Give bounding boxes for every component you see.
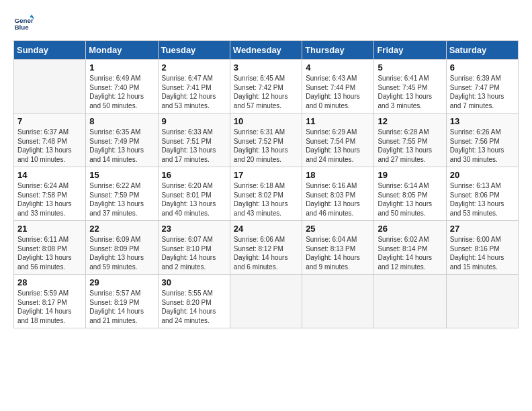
day-number: 25 bbox=[306, 224, 370, 234]
day-number: 26 bbox=[378, 224, 442, 234]
cell-content: Sunrise: 6:35 AMSunset: 7:49 PMDaylight:… bbox=[89, 128, 154, 164]
cell-content: Sunrise: 6:26 AMSunset: 7:56 PMDaylight:… bbox=[450, 128, 515, 164]
logo: General Blue bbox=[13, 13, 36, 34]
day-number: 1 bbox=[89, 62, 154, 73]
day-number: 8 bbox=[89, 116, 154, 126]
cell-content: Sunrise: 6:45 AMSunset: 7:42 PMDaylight:… bbox=[234, 74, 298, 110]
calendar-cell: 8Sunrise: 6:35 AMSunset: 7:49 PMDaylight… bbox=[86, 113, 158, 167]
cell-content: Sunrise: 6:31 AMSunset: 7:52 PMDaylight:… bbox=[234, 128, 298, 164]
day-number: 7 bbox=[17, 116, 82, 126]
cell-content: Sunrise: 6:24 AMSunset: 7:58 PMDaylight:… bbox=[17, 181, 82, 218]
calendar-cell: 15Sunrise: 6:22 AMSunset: 7:59 PMDayligh… bbox=[86, 167, 158, 221]
day-number: 20 bbox=[450, 170, 515, 180]
cell-content: Sunrise: 6:07 AMSunset: 8:10 PMDaylight:… bbox=[162, 235, 226, 271]
day-number: 15 bbox=[89, 170, 154, 180]
calendar-cell: 29Sunrise: 5:57 AMSunset: 8:19 PMDayligh… bbox=[86, 275, 158, 328]
cell-content: Sunrise: 6:49 AMSunset: 7:40 PMDaylight:… bbox=[89, 74, 154, 110]
cell-content: Sunrise: 6:14 AMSunset: 8:05 PMDaylight:… bbox=[378, 181, 442, 218]
calendar-cell: 2Sunrise: 6:47 AMSunset: 7:41 PMDaylight… bbox=[158, 60, 230, 113]
calendar-cell bbox=[446, 275, 518, 328]
calendar-cell bbox=[230, 275, 302, 328]
cell-content: Sunrise: 6:00 AMSunset: 8:16 PMDaylight:… bbox=[450, 235, 515, 271]
calendar-cell bbox=[302, 275, 374, 328]
calendar-cell: 30Sunrise: 5:55 AMSunset: 8:20 PMDayligh… bbox=[158, 275, 230, 328]
cell-content: Sunrise: 6:28 AMSunset: 7:55 PMDaylight:… bbox=[378, 128, 442, 164]
cell-content: Sunrise: 6:09 AMSunset: 8:09 PMDaylight:… bbox=[89, 235, 154, 271]
cell-content: Sunrise: 6:43 AMSunset: 7:44 PMDaylight:… bbox=[306, 74, 370, 110]
calendar-cell: 25Sunrise: 6:04 AMSunset: 8:13 PMDayligh… bbox=[302, 221, 374, 275]
calendar-cell: 22Sunrise: 6:09 AMSunset: 8:09 PMDayligh… bbox=[86, 221, 158, 275]
calendar-cell: 17Sunrise: 6:18 AMSunset: 8:02 PMDayligh… bbox=[230, 167, 302, 221]
cell-content: Sunrise: 6:04 AMSunset: 8:13 PMDaylight:… bbox=[306, 235, 370, 271]
calendar-cell: 20Sunrise: 6:13 AMSunset: 8:06 PMDayligh… bbox=[446, 167, 518, 221]
calendar-cell: 16Sunrise: 6:20 AMSunset: 8:01 PMDayligh… bbox=[158, 167, 230, 221]
day-number: 24 bbox=[234, 224, 298, 234]
calendar-cell: 28Sunrise: 5:59 AMSunset: 8:17 PMDayligh… bbox=[14, 275, 86, 328]
calendar-table: SundayMondayTuesdayWednesdayThursdayFrid… bbox=[13, 40, 519, 328]
cell-content: Sunrise: 5:55 AMSunset: 8:20 PMDaylight:… bbox=[162, 289, 226, 325]
day-number: 27 bbox=[450, 224, 515, 234]
col-header-monday: Monday bbox=[86, 41, 158, 60]
cell-content: Sunrise: 5:59 AMSunset: 8:17 PMDaylight:… bbox=[17, 289, 82, 325]
calendar-cell: 27Sunrise: 6:00 AMSunset: 8:16 PMDayligh… bbox=[446, 221, 518, 275]
calendar-cell: 11Sunrise: 6:29 AMSunset: 7:54 PMDayligh… bbox=[302, 113, 374, 167]
calendar-cell: 13Sunrise: 6:26 AMSunset: 7:56 PMDayligh… bbox=[446, 113, 518, 167]
day-number: 5 bbox=[378, 62, 442, 73]
day-number: 28 bbox=[17, 277, 82, 287]
col-header-saturday: Saturday bbox=[446, 41, 518, 60]
calendar-cell: 18Sunrise: 6:16 AMSunset: 8:03 PMDayligh… bbox=[302, 167, 374, 221]
cell-content: Sunrise: 6:20 AMSunset: 8:01 PMDaylight:… bbox=[162, 181, 226, 218]
cell-content: Sunrise: 5:57 AMSunset: 8:19 PMDaylight:… bbox=[89, 289, 154, 325]
calendar-cell: 23Sunrise: 6:07 AMSunset: 8:10 PMDayligh… bbox=[158, 221, 230, 275]
cell-content: Sunrise: 6:18 AMSunset: 8:02 PMDaylight:… bbox=[234, 181, 298, 218]
cell-content: Sunrise: 6:37 AMSunset: 7:48 PMDaylight:… bbox=[17, 128, 82, 164]
calendar-cell: 3Sunrise: 6:45 AMSunset: 7:42 PMDaylight… bbox=[230, 60, 302, 113]
svg-marker-2 bbox=[30, 15, 34, 18]
day-number: 23 bbox=[162, 224, 226, 234]
calendar-cell: 24Sunrise: 6:06 AMSunset: 8:12 PMDayligh… bbox=[230, 221, 302, 275]
day-number: 13 bbox=[450, 116, 515, 126]
day-number: 21 bbox=[17, 224, 82, 234]
day-number: 6 bbox=[450, 62, 515, 73]
cell-content: Sunrise: 6:11 AMSunset: 8:08 PMDaylight:… bbox=[17, 235, 82, 271]
calendar-cell: 26Sunrise: 6:02 AMSunset: 8:14 PMDayligh… bbox=[374, 221, 446, 275]
cell-content: Sunrise: 6:39 AMSunset: 7:47 PMDaylight:… bbox=[450, 74, 515, 110]
day-number: 30 bbox=[162, 277, 226, 287]
day-number: 12 bbox=[378, 116, 442, 126]
day-number: 4 bbox=[306, 62, 370, 73]
calendar-cell: 4Sunrise: 6:43 AMSunset: 7:44 PMDaylight… bbox=[302, 60, 374, 113]
cell-content: Sunrise: 6:47 AMSunset: 7:41 PMDaylight:… bbox=[162, 74, 226, 110]
day-number: 2 bbox=[162, 62, 226, 73]
col-header-tuesday: Tuesday bbox=[158, 41, 230, 60]
calendar-cell: 21Sunrise: 6:11 AMSunset: 8:08 PMDayligh… bbox=[14, 221, 86, 275]
calendar-cell: 7Sunrise: 6:37 AMSunset: 7:48 PMDaylight… bbox=[14, 113, 86, 167]
calendar-cell: 5Sunrise: 6:41 AMSunset: 7:45 PMDaylight… bbox=[374, 60, 446, 113]
day-number: 29 bbox=[89, 277, 154, 287]
calendar-cell bbox=[374, 275, 446, 328]
calendar-cell: 1Sunrise: 6:49 AMSunset: 7:40 PMDaylight… bbox=[86, 60, 158, 113]
cell-content: Sunrise: 6:06 AMSunset: 8:12 PMDaylight:… bbox=[234, 235, 298, 271]
day-number: 14 bbox=[17, 170, 82, 180]
calendar-cell: 14Sunrise: 6:24 AMSunset: 7:58 PMDayligh… bbox=[14, 167, 86, 221]
col-header-wednesday: Wednesday bbox=[230, 41, 302, 60]
cell-content: Sunrise: 6:41 AMSunset: 7:45 PMDaylight:… bbox=[378, 74, 442, 110]
cell-content: Sunrise: 6:33 AMSunset: 7:51 PMDaylight:… bbox=[162, 128, 226, 164]
day-number: 17 bbox=[234, 170, 298, 180]
col-header-friday: Friday bbox=[374, 41, 446, 60]
page-header: General Blue bbox=[13, 13, 519, 34]
day-number: 10 bbox=[234, 116, 298, 126]
cell-content: Sunrise: 6:22 AMSunset: 7:59 PMDaylight:… bbox=[89, 181, 154, 218]
calendar-cell: 6Sunrise: 6:39 AMSunset: 7:47 PMDaylight… bbox=[446, 60, 518, 113]
cell-content: Sunrise: 6:02 AMSunset: 8:14 PMDaylight:… bbox=[378, 235, 442, 271]
calendar-cell: 12Sunrise: 6:28 AMSunset: 7:55 PMDayligh… bbox=[374, 113, 446, 167]
cell-content: Sunrise: 6:13 AMSunset: 8:06 PMDaylight:… bbox=[450, 181, 515, 218]
col-header-sunday: Sunday bbox=[14, 41, 86, 60]
calendar-cell bbox=[14, 60, 86, 113]
day-number: 22 bbox=[89, 224, 154, 234]
col-header-thursday: Thursday bbox=[302, 41, 374, 60]
day-number: 3 bbox=[234, 62, 298, 73]
svg-text:Blue: Blue bbox=[15, 24, 30, 31]
svg-text:General: General bbox=[15, 17, 34, 24]
day-number: 11 bbox=[306, 116, 370, 126]
calendar-cell: 19Sunrise: 6:14 AMSunset: 8:05 PMDayligh… bbox=[374, 167, 446, 221]
